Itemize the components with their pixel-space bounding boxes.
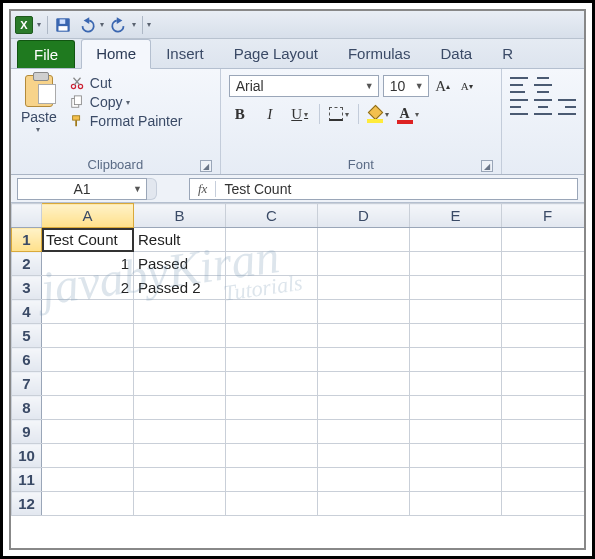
row-header-2[interactable]: 2 [12, 252, 42, 276]
cell[interactable] [318, 300, 410, 324]
cell[interactable] [226, 444, 318, 468]
app-menu-arrow-icon[interactable]: ▾ [37, 20, 41, 29]
cell-D2[interactable] [318, 252, 410, 276]
undo-icon[interactable] [78, 16, 96, 34]
cell[interactable] [42, 492, 134, 516]
cell[interactable] [134, 468, 226, 492]
cell[interactable] [502, 444, 585, 468]
cell[interactable] [42, 300, 134, 324]
cell-B1[interactable]: Result [134, 228, 226, 252]
cell-C3[interactable] [226, 276, 318, 300]
cell-F3[interactable] [502, 276, 585, 300]
font-name-combo[interactable]: Arial ▼ [229, 75, 379, 97]
name-box[interactable]: A1 ▼ [17, 178, 147, 200]
cell[interactable] [226, 324, 318, 348]
copy-button[interactable]: Copy ▾ [69, 94, 183, 110]
cell[interactable] [134, 372, 226, 396]
cell[interactable] [318, 372, 410, 396]
row-header-8[interactable]: 8 [12, 396, 42, 420]
font-color-button[interactable]: A▾ [397, 103, 419, 125]
tab-insert[interactable]: Insert [151, 39, 219, 68]
cell[interactable] [318, 492, 410, 516]
cell[interactable] [134, 420, 226, 444]
cell[interactable] [502, 372, 585, 396]
tab-page-layout[interactable]: Page Layout [219, 39, 333, 68]
cell[interactable] [226, 300, 318, 324]
col-header-A[interactable]: A [42, 204, 134, 228]
cell[interactable] [410, 348, 502, 372]
col-header-B[interactable]: B [134, 204, 226, 228]
align-left-button[interactable] [510, 99, 528, 115]
cell[interactable] [134, 396, 226, 420]
decrease-font-button[interactable]: A▾ [457, 75, 477, 97]
paste-button[interactable]: Paste ▾ [19, 73, 63, 134]
cell-D3[interactable] [318, 276, 410, 300]
col-header-F[interactable]: F [502, 204, 585, 228]
cell[interactable] [42, 444, 134, 468]
redo-icon[interactable] [110, 16, 128, 34]
cell[interactable] [134, 348, 226, 372]
cell-E3[interactable] [410, 276, 502, 300]
cell[interactable] [502, 348, 585, 372]
cell[interactable] [502, 492, 585, 516]
cell[interactable] [410, 492, 502, 516]
align-right-button[interactable] [558, 99, 576, 115]
cell[interactable] [318, 324, 410, 348]
cell[interactable] [410, 396, 502, 420]
cell[interactable] [134, 492, 226, 516]
row-header-6[interactable]: 6 [12, 348, 42, 372]
cell[interactable] [410, 420, 502, 444]
cell[interactable] [134, 324, 226, 348]
row-header-12[interactable]: 12 [12, 492, 42, 516]
cell[interactable] [226, 348, 318, 372]
select-all-corner[interactable] [12, 204, 42, 228]
cell[interactable] [226, 420, 318, 444]
cell-A3[interactable]: 2 [42, 276, 134, 300]
cut-button[interactable]: Cut [69, 75, 183, 91]
cell[interactable] [42, 372, 134, 396]
paste-dropdown-icon[interactable]: ▾ [36, 125, 40, 134]
tab-formulas[interactable]: Formulas [333, 39, 426, 68]
excel-app-icon[interactable]: X [15, 16, 33, 34]
format-painter-button[interactable]: Format Painter [69, 113, 183, 129]
row-header-3[interactable]: 3 [12, 276, 42, 300]
col-header-D[interactable]: D [318, 204, 410, 228]
font-size-combo[interactable]: 10 ▼ [383, 75, 429, 97]
cell[interactable] [502, 420, 585, 444]
borders-button[interactable]: ▾ [328, 103, 350, 125]
cell-F1[interactable] [502, 228, 585, 252]
row-header-11[interactable]: 11 [12, 468, 42, 492]
cell[interactable] [318, 444, 410, 468]
cell[interactable] [410, 468, 502, 492]
cell-C2[interactable] [226, 252, 318, 276]
cell[interactable] [42, 420, 134, 444]
fill-color-button[interactable]: ▾ [367, 103, 389, 125]
tab-review-cut[interactable]: R [487, 39, 528, 68]
italic-button[interactable]: I [259, 103, 281, 125]
row-header-7[interactable]: 7 [12, 372, 42, 396]
cell[interactable] [226, 372, 318, 396]
cell[interactable] [42, 348, 134, 372]
cell[interactable] [226, 468, 318, 492]
tab-data[interactable]: Data [425, 39, 487, 68]
cell[interactable] [502, 468, 585, 492]
cell[interactable] [318, 348, 410, 372]
increase-font-button[interactable]: A▴ [433, 75, 453, 97]
copy-dropdown-icon[interactable]: ▾ [126, 98, 130, 107]
save-icon[interactable] [54, 16, 72, 34]
qat-customize-icon[interactable]: ▾ [147, 20, 151, 29]
cell[interactable] [410, 324, 502, 348]
cell[interactable] [410, 372, 502, 396]
worksheet-grid[interactable]: javabyKiran Tutorials A B C D E F [11, 203, 584, 548]
cell-E2[interactable] [410, 252, 502, 276]
cell[interactable] [502, 300, 585, 324]
row-header-9[interactable]: 9 [12, 420, 42, 444]
cell-F2[interactable] [502, 252, 585, 276]
cell-C1[interactable] [226, 228, 318, 252]
align-center-button[interactable] [534, 99, 552, 115]
align-top-button[interactable] [510, 77, 528, 93]
cell[interactable] [42, 396, 134, 420]
cell-B3[interactable]: Passed 2 [134, 276, 226, 300]
redo-dropdown-icon[interactable]: ▾ [132, 20, 136, 29]
cell[interactable] [42, 468, 134, 492]
